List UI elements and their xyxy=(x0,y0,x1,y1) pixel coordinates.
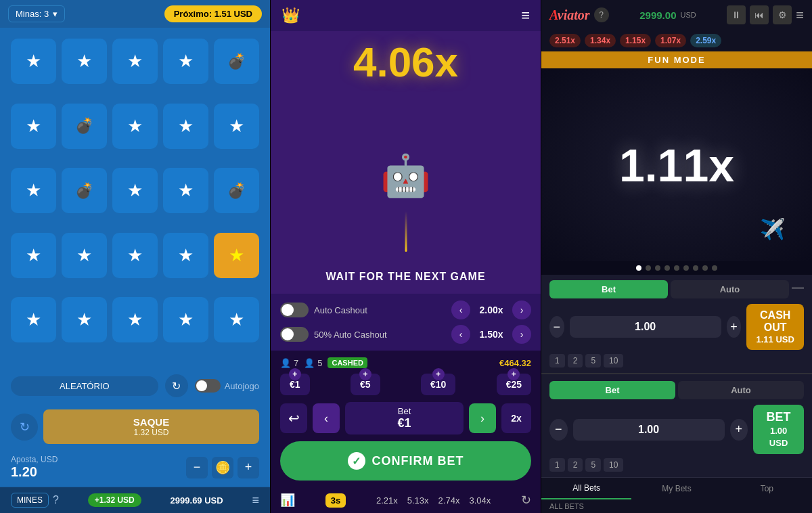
aviator-plus-btn-2[interactable]: + xyxy=(730,419,748,441)
mines-config[interactable]: Minas: 3 ▾ xyxy=(8,5,65,22)
aviator-plus-btn-1[interactable]: + xyxy=(727,316,742,338)
saque-refresh-button[interactable]: ↻ xyxy=(11,414,38,441)
aviator-minus-section-button[interactable]: — xyxy=(792,280,804,298)
saque-button[interactable]: SAQUE 1.32 USD xyxy=(43,409,259,444)
aposta-minus-button[interactable]: − xyxy=(186,457,208,478)
bet-main-text: BET xyxy=(763,410,794,424)
mine-cell[interactable]: 💣 xyxy=(62,168,107,213)
chip-10[interactable]: + €10 xyxy=(421,374,455,395)
mine-cell[interactable]: ★ xyxy=(112,104,158,149)
mine-cell[interactable]: ★ xyxy=(11,168,56,213)
aviator-tab-bet-1[interactable]: Bet xyxy=(549,280,668,298)
mine-cell-active[interactable]: ★ xyxy=(214,233,259,278)
chip-5[interactable]: + €5 xyxy=(351,374,380,395)
mine-cell[interactable]: ★ xyxy=(11,39,56,84)
aviator-amount-input-1[interactable] xyxy=(570,316,721,338)
half-auto-prev-button[interactable]: ‹ xyxy=(451,325,470,344)
history-chip-3[interactable]: 1.15x xyxy=(620,34,651,47)
aviator-bet-row-1: − + CASH OUT 1.11 USD xyxy=(549,304,804,350)
crash-2x-button[interactable]: 2x xyxy=(501,403,531,433)
quick-bet-5b[interactable]: 5 xyxy=(585,458,601,472)
mine-cell[interactable]: 💣 xyxy=(214,39,259,84)
aviator-menu-button[interactable]: ≡ xyxy=(796,7,804,23)
aviator-cashout-button[interactable]: CASH OUT 1.11 USD xyxy=(746,304,804,350)
aviator-bet-button[interactable]: BET 1.00 USD xyxy=(753,405,804,454)
history-chip-1[interactable]: 2.51x xyxy=(549,34,581,47)
refresh-button[interactable]: ↻ xyxy=(165,374,188,397)
history-chip-2[interactable]: 1.34x xyxy=(585,34,616,47)
crash-menu-button[interactable]: ≡ xyxy=(521,7,530,24)
mine-cell[interactable]: 💣 xyxy=(62,104,107,149)
crash-undo-button[interactable]: ↩ xyxy=(280,403,307,433)
mine-cell[interactable]: ★ xyxy=(214,104,259,149)
mine-cell[interactable]: 💣 xyxy=(214,168,259,213)
aviator-history-button[interactable]: ⏮ xyxy=(750,5,769,24)
chip-1[interactable]: + €1 xyxy=(280,374,310,395)
quick-bet-2b[interactable]: 2 xyxy=(568,458,583,472)
aviator-tab-bet-2[interactable]: Bet xyxy=(549,381,675,399)
autojogo-toggle[interactable] xyxy=(195,379,221,393)
chip-1-label: €1 xyxy=(290,379,300,390)
crash-prev-button[interactable]: ‹ xyxy=(313,403,340,433)
mines-menu-icon[interactable]: ≡ xyxy=(252,493,259,508)
history-chip-4[interactable]: 1.07x xyxy=(655,34,686,47)
quick-bet-10b[interactable]: 10 xyxy=(604,458,623,472)
mine-cell[interactable]: ★ xyxy=(112,233,158,278)
quick-bet-5[interactable]: 5 xyxy=(585,354,601,367)
auto-cashout-toggle[interactable] xyxy=(280,303,309,317)
mine-cell[interactable]: ★ xyxy=(62,297,107,342)
chart-button[interactable]: 📊 xyxy=(280,493,295,508)
mine-cell[interactable]: ★ xyxy=(163,297,208,342)
auto-cashout-next-button[interactable]: › xyxy=(512,300,531,319)
aviator-help-button[interactable]: ? xyxy=(594,7,609,22)
mine-cell[interactable]: ★ xyxy=(112,39,158,84)
aviator-tab-auto-1[interactable]: Auto xyxy=(671,280,789,298)
astronaut-icon: 🤖 xyxy=(380,152,431,200)
aviator-minus-btn-2[interactable]: − xyxy=(549,419,568,441)
mine-cell[interactable]: ★ xyxy=(11,104,56,149)
crash-next-button[interactable]: › xyxy=(469,403,496,433)
crash-header: 👑 ≡ xyxy=(271,0,541,31)
aviator-tab-all-bets[interactable]: All Bets xyxy=(541,478,631,499)
mine-cell[interactable]: ★ xyxy=(62,39,107,84)
mine-cell[interactable]: ★ xyxy=(163,39,208,84)
confirm-bet-button[interactable]: ✓ CONFIRM BET xyxy=(280,441,531,481)
aviator-amount-input-2[interactable] xyxy=(573,419,725,441)
aviator-tab-my-bets[interactable]: My Bets xyxy=(631,478,721,499)
chip-25[interactable]: + €25 xyxy=(497,374,531,395)
mine-cell[interactable]: ★ xyxy=(112,168,158,213)
aleatório-button[interactable]: ALEATÓRIO xyxy=(11,376,158,396)
dot-9 xyxy=(712,265,717,271)
mines-panel: Minas: 3 ▾ Próximo: 1.51 USD ★ ★ ★ ★ 💣 ★… xyxy=(0,0,270,513)
mine-cell[interactable]: ★ xyxy=(163,233,208,278)
mine-cell[interactable]: ★ xyxy=(112,297,158,342)
mine-cell[interactable]: ★ xyxy=(163,168,208,213)
quick-bet-1[interactable]: 1 xyxy=(549,354,565,367)
crown-icon: 👑 xyxy=(281,7,300,24)
auto-cashout-row: Auto Cashout ‹ 2.00x › xyxy=(280,300,531,319)
quick-bet-2[interactable]: 2 xyxy=(568,354,583,367)
saque-area: ↻ SAQUE 1.32 USD xyxy=(0,404,270,449)
history-chip-5[interactable]: 2.59x xyxy=(690,34,721,47)
aviator-tab-auto-2[interactable]: Auto xyxy=(678,381,804,399)
chip-10-label: €10 xyxy=(430,379,446,390)
mine-cell[interactable]: ★ xyxy=(11,297,56,342)
aviator-minus-btn-1[interactable]: − xyxy=(549,316,564,338)
aviator-pause-button[interactable]: ⏸ xyxy=(727,5,746,24)
half-auto-next-button[interactable]: › xyxy=(512,325,531,344)
half-auto-toggle[interactable] xyxy=(280,327,309,342)
aposta-plus-button[interactable]: + xyxy=(238,457,259,478)
help-icon[interactable]: ? xyxy=(53,494,59,506)
aposta-coin-button[interactable]: 🪙 xyxy=(212,457,233,478)
quick-bet-10[interactable]: 10 xyxy=(604,354,623,367)
mine-cell[interactable]: ★ xyxy=(214,297,259,342)
mine-cell[interactable]: ★ xyxy=(11,233,56,278)
refresh-footer-button[interactable]: ↻ xyxy=(521,493,531,508)
aviator-tab-top[interactable]: Top xyxy=(722,478,812,499)
mine-cell[interactable]: ★ xyxy=(62,233,107,278)
aviator-settings-button[interactable]: ⚙ xyxy=(773,5,792,24)
auto-cashout-prev-button[interactable]: ‹ xyxy=(451,300,470,319)
quick-bet-1b[interactable]: 1 xyxy=(549,458,565,472)
chip-25-label: €25 xyxy=(506,379,522,390)
mine-cell[interactable]: ★ xyxy=(163,104,208,149)
